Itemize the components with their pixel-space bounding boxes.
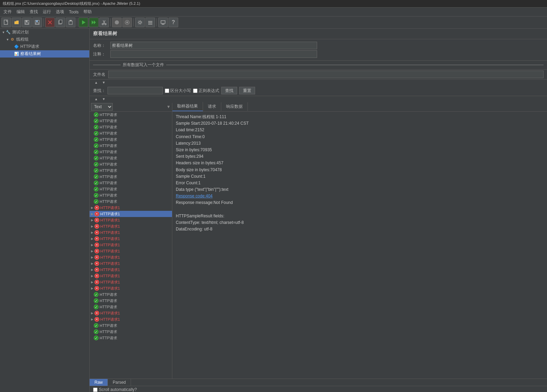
tree-row-ok-g2-2[interactable]: ✓ HTTP请求: [90, 298, 172, 304]
err-g2-arrow-2[interactable]: ▶: [91, 318, 94, 321]
search-input[interactable]: [108, 87, 163, 94]
tree-row-err-3[interactable]: ▶ ✕ HTTP请求1: [90, 223, 172, 229]
tree-row-ok-5[interactable]: ✓ HTTP请求: [90, 136, 172, 143]
tree-row-ok-g3-2[interactable]: ✓ HTTP请求: [90, 329, 172, 335]
up-button-2[interactable]: ▲: [93, 97, 99, 101]
open-button[interactable]: [12, 18, 21, 27]
err-arrow-7[interactable]: ▶: [91, 249, 94, 253]
tree-row-err-selected[interactable]: ▶ ✕ HTTP请求1: [90, 211, 172, 217]
menu-options[interactable]: 选项: [54, 8, 66, 16]
save-button[interactable]: [22, 18, 32, 27]
tree-row-err-11[interactable]: ▶ ✕ HTTP请求1: [90, 273, 172, 279]
run-button[interactable]: [79, 18, 88, 27]
tree-row-ok-g2-3[interactable]: ✓ HTTP请求: [90, 304, 172, 310]
tree-row-ok-7[interactable]: ✓ HTTP请求: [90, 149, 172, 155]
tree-row-ok-13[interactable]: ✓ HTTP请求: [90, 186, 172, 192]
scroll-auto-checkbox[interactable]: [93, 388, 98, 392]
regex-input[interactable]: [193, 89, 197, 93]
tree-row-ok-g3-1[interactable]: ✓ HTTP请求: [90, 322, 172, 329]
err-arrow-13[interactable]: ▶: [91, 287, 94, 290]
tree-row-err-7[interactable]: ▶ ✕ HTTP请求1: [90, 248, 172, 254]
tree-row-ok-12[interactable]: ✓ HTTP请求: [90, 180, 172, 186]
tree-row-ok-11[interactable]: ✓ HTTP请求: [90, 174, 172, 180]
collapse-all-button[interactable]: ▲: [93, 80, 99, 85]
menu-run[interactable]: 运行: [41, 8, 53, 16]
filter-arrow[interactable]: ▼: [166, 104, 171, 109]
tree-row-ok-9[interactable]: ✓ HTTP请求: [90, 161, 172, 167]
tree-row-err-g2-1[interactable]: ▶ ✕ HTTP请求1: [90, 310, 172, 316]
clear-button[interactable]: [45, 18, 55, 27]
remote-button[interactable]: [158, 18, 168, 27]
save-as-button[interactable]: [32, 18, 42, 27]
tree-row-ok-8[interactable]: ✓ HTTP请求: [90, 155, 172, 161]
tree-row-err-9[interactable]: ▶ ✕ HTTP请求1: [90, 260, 172, 267]
err-g2-arrow-1[interactable]: ▶: [91, 311, 94, 315]
err-arrow-3[interactable]: ▶: [91, 225, 94, 228]
reset-button[interactable]: 重置: [239, 87, 255, 94]
tree-row-ok-g3-3[interactable]: ✓ HTTP请求: [90, 335, 172, 341]
response-code-link[interactable]: Response code:404: [176, 194, 213, 198]
tree-row-ok-15[interactable]: ✓ HTTP请求: [90, 198, 172, 205]
tree-item-http-request[interactable]: ▷ 🔷 HTTP请求: [0, 43, 89, 50]
err-arrow-12[interactable]: ▶: [91, 280, 94, 284]
tree-row-err-4[interactable]: ▶ ✕ HTTP请求1: [90, 229, 172, 236]
tree-row-err-g2-2[interactable]: ▶ ✕ HTTP请求1: [90, 316, 172, 322]
tree-row-err-expand-1[interactable]: ▶ ✕ HTTP请求1: [90, 205, 172, 211]
tree-row-ok-6[interactable]: ✓ HTTP请求: [90, 143, 172, 149]
tree-item-thread-group[interactable]: ▼ ⚙ 线程组: [0, 36, 89, 43]
comment-input[interactable]: [110, 50, 317, 58]
case-sensitive-checkbox[interactable]: 区分大小写: [165, 88, 191, 94]
menu-file[interactable]: 文件: [1, 8, 14, 16]
tree-row-err-12[interactable]: ▶ ✕ HTTP请求1: [90, 279, 172, 285]
tree-row-err-2[interactable]: ▶ ✕ HTTP请求1: [90, 217, 172, 223]
tree-row-ok-4[interactable]: ✓ HTTP请求: [90, 130, 172, 136]
regex-checkbox[interactable]: 正则表达式: [193, 88, 219, 94]
tree-row-err-8[interactable]: ▶ ✕ HTTP请求1: [90, 254, 172, 260]
copy-button[interactable]: [55, 18, 65, 27]
new-button[interactable]: [1, 18, 11, 27]
expand-all-button[interactable]: ▼: [101, 80, 107, 85]
tree-row-err-6[interactable]: ▶ ✕ HTTP请求1: [90, 242, 172, 248]
err-arrow-sel[interactable]: ▶: [91, 212, 94, 216]
err-arrow-4[interactable]: ▶: [91, 231, 94, 234]
tab-response-data[interactable]: 响应数据: [221, 102, 248, 111]
err-arrow-11[interactable]: ▶: [91, 274, 94, 278]
search-button[interactable]: 查找: [221, 87, 237, 94]
err-arrow-9[interactable]: ▶: [91, 262, 94, 265]
down-button-2[interactable]: ▼: [101, 97, 107, 101]
tree-row-ok-g2-1[interactable]: ✓ HTTP请求: [90, 291, 172, 298]
menu-tools[interactable]: Tools: [67, 9, 81, 15]
err-arrow-5[interactable]: ▶: [91, 237, 94, 240]
run-no-pause-button[interactable]: [89, 18, 99, 27]
menu-find[interactable]: 查找: [28, 8, 40, 16]
tree-row-err-13[interactable]: ▶ ✕ HTTP请求1: [90, 285, 172, 291]
tree-row-err-5[interactable]: ▶ ✕ HTTP请求1: [90, 236, 172, 242]
bottom-tab-parsed[interactable]: Parsed: [108, 379, 131, 386]
case-sensitive-input[interactable]: [165, 89, 169, 93]
filter-dropdown[interactable]: Text XML JSON HTML: [91, 103, 113, 111]
tab-sampler-result[interactable]: 取样器结果: [172, 102, 203, 111]
file-name-input[interactable]: [108, 71, 544, 78]
tab-request[interactable]: 请求: [203, 102, 221, 111]
help-button[interactable]: ?: [169, 18, 178, 27]
tree-row-ok-14[interactable]: ✓ HTTP请求: [90, 192, 172, 198]
tree-item-test-plan[interactable]: ▼ 🔧 测试计划: [0, 29, 89, 36]
tree-row-err-10[interactable]: ▶ ✕ HTTP请求1: [90, 267, 172, 273]
err-arrow-1[interactable]: ▶: [91, 206, 94, 209]
settings-button[interactable]: [135, 18, 145, 27]
name-input[interactable]: [110, 42, 317, 49]
stop-all-button[interactable]: [122, 18, 132, 27]
detail-response-link[interactable]: Response code:404: [176, 193, 544, 199]
tree-row-ok-3[interactable]: ✓ HTTP请求: [90, 124, 172, 130]
menu-help[interactable]: 帮助: [81, 8, 94, 16]
err-arrow-8[interactable]: ▶: [91, 256, 94, 259]
tree-item-view-results[interactable]: ▷ 📊 察看结果树: [0, 50, 89, 58]
menu-edit[interactable]: 编辑: [14, 8, 27, 16]
tree-row-ok-2[interactable]: ✓ HTTP请求: [90, 118, 172, 124]
bottom-tab-raw[interactable]: Raw: [90, 379, 108, 386]
err-arrow-6[interactable]: ▶: [91, 243, 94, 247]
paste-button[interactable]: [66, 18, 75, 27]
tree-row-ok-10[interactable]: ✓ HTTP请求: [90, 167, 172, 174]
err-arrow-2[interactable]: ▶: [91, 218, 94, 222]
stop-button[interactable]: [112, 18, 122, 27]
